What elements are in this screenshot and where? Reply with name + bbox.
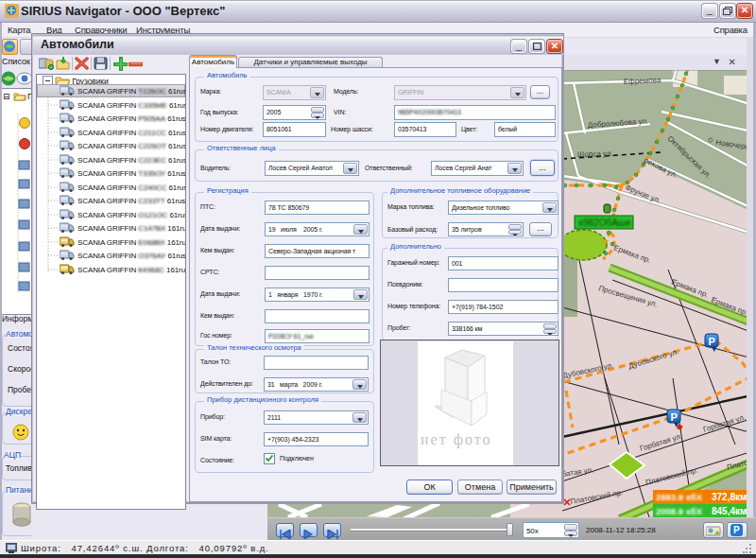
svg-text:P: P: [671, 411, 678, 423]
svg-text:372,8км: 372,8км: [712, 492, 747, 502]
svg-text:х982ОбАше: х982ОбАше: [578, 218, 631, 228]
svg-text:2008.9 хбХ: 2008.9 хбХ: [656, 506, 703, 516]
svg-text:2883.9 хбХ: 2883.9 хбХ: [656, 492, 703, 502]
svg-text:Щорса ул.: Щорса ул.: [577, 149, 613, 159]
svg-text:845,4км: 845,4км: [712, 506, 747, 516]
svg-text:P: P: [709, 336, 715, 347]
svg-text:P: P: [733, 525, 740, 535]
